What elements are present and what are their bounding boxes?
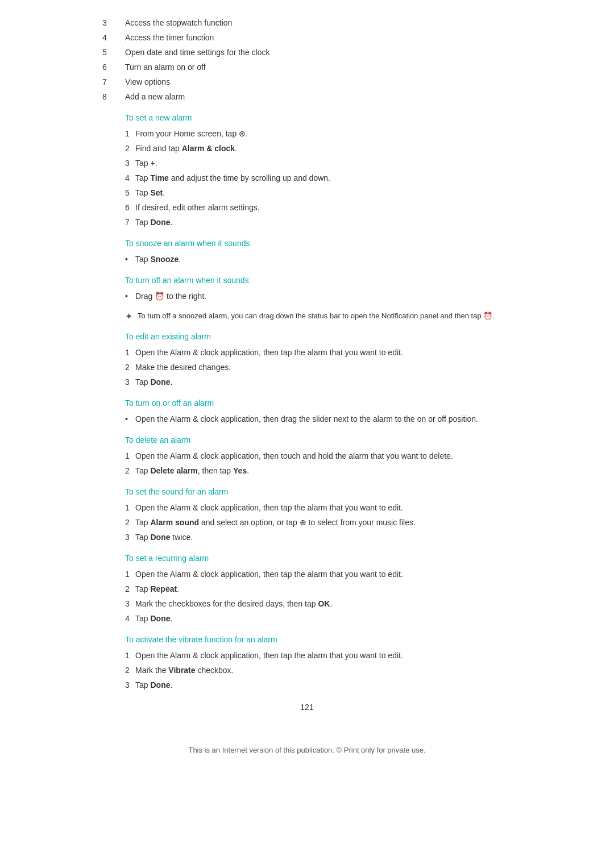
intro-list-item: 6Turn an alarm on or off <box>102 61 512 73</box>
step-number: 2 <box>125 362 135 373</box>
step-text: Tap Done twice. <box>135 531 512 543</box>
bullet-item: •Open the Alarm & clock application, the… <box>125 413 512 425</box>
item-number: 6 <box>102 61 125 73</box>
page: 3Access the stopwatch function4Access th… <box>0 0 614 868</box>
step-number: 6 <box>125 202 135 214</box>
step-number: 4 <box>125 613 135 625</box>
section-heading: To turn off an alarm when it sounds <box>125 276 512 285</box>
item-number: 3 <box>102 17 125 29</box>
step-text: Find and tap Alarm & clock. <box>135 143 512 155</box>
step-item: 2Tap Repeat. <box>125 583 512 595</box>
step-text: Tap Delete alarm, then tap Yes. <box>135 465 512 477</box>
step-item: 3Tap Done twice. <box>125 531 512 543</box>
step-text: Tap Done. <box>135 217 512 229</box>
bullet-text: Open the Alarm & clock application, then… <box>135 413 512 425</box>
item-text: View options <box>125 76 512 88</box>
item-number: 7 <box>102 76 125 88</box>
step-number: 1 <box>125 347 135 359</box>
tip-block: ✦To turn off a snoozed alarm, you can dr… <box>125 310 512 322</box>
section-turn_off_alarm: To turn off an alarm when it sounds•Drag… <box>102 276 512 322</box>
intro-list: 3Access the stopwatch function4Access th… <box>102 17 512 103</box>
tip-icon: ✦ <box>125 311 138 322</box>
step-item: 7Tap Done. <box>125 217 512 229</box>
step-text: If desired, edit other alarm settings. <box>135 202 512 214</box>
step-number: 1 <box>125 128 135 140</box>
item-text: Add a new alarm <box>125 91 512 103</box>
bullet-marker: • <box>125 290 135 302</box>
steps-list: 1Open the Alarm & clock application, the… <box>125 568 512 625</box>
step-number: 5 <box>125 187 135 199</box>
step-item: 3Tap +. <box>125 157 512 169</box>
bullet-item: •Drag ⏰ to the right. <box>125 290 512 302</box>
section-heading: To activate the vibrate function for an … <box>125 635 512 644</box>
section-turn_on_off_alarm: To turn on or off an alarm•Open the Alar… <box>102 398 512 425</box>
step-text: Tap +. <box>135 157 512 169</box>
bullet-text: Drag ⏰ to the right. <box>135 290 512 302</box>
step-item: 3Tap Done. <box>125 376 512 388</box>
step-number: 2 <box>125 583 135 595</box>
step-item: 2Mark the Vibrate checkbox. <box>125 665 512 676</box>
step-number: 1 <box>125 502 135 514</box>
section-heading: To set a new alarm <box>125 113 512 122</box>
step-item: 3Mark the checkboxes for the desired day… <box>125 598 512 610</box>
step-text: Tap Done. <box>135 613 512 625</box>
bullet-list: •Tap Snooze. <box>125 254 512 265</box>
step-item: 2Make the desired changes. <box>125 362 512 373</box>
intro-list-item: 3Access the stopwatch function <box>102 17 512 29</box>
step-number: 3 <box>125 679 135 691</box>
bullet-text: Tap Snooze. <box>135 254 512 265</box>
step-text: Tap Alarm sound and select an option, or… <box>135 517 512 529</box>
step-item: 1Open the Alarm & clock application, the… <box>125 502 512 514</box>
step-item: 4Tap Done. <box>125 613 512 625</box>
bullet-marker: • <box>125 413 135 425</box>
step-item: 3Tap Done. <box>125 679 512 691</box>
step-text: Make the desired changes. <box>135 362 512 373</box>
step-number: 3 <box>125 376 135 388</box>
bullet-list: •Open the Alarm & clock application, the… <box>125 413 512 425</box>
page-number: 121 <box>102 703 512 712</box>
step-item: 2Tap Alarm sound and select an option, o… <box>125 517 512 529</box>
step-number: 1 <box>125 450 135 462</box>
intro-list-item: 4Access the timer function <box>102 32 512 44</box>
step-number: 2 <box>125 517 135 529</box>
item-text: Access the timer function <box>125 32 512 44</box>
item-text: Open date and time settings for the cloc… <box>125 47 512 59</box>
step-number: 2 <box>125 143 135 155</box>
section-heading: To turn on or off an alarm <box>125 398 512 408</box>
step-number: 3 <box>125 598 135 610</box>
bullet-list: •Drag ⏰ to the right. <box>125 290 512 302</box>
step-text: Tap Set. <box>135 187 512 199</box>
item-number: 8 <box>102 91 125 103</box>
step-text: From your Home screen, tap ⊕. <box>135 128 512 140</box>
step-text: Tap Done. <box>135 679 512 691</box>
section-vibrate_function: To activate the vibrate function for an … <box>102 635 512 691</box>
step-text: Open the Alarm & clock application, then… <box>135 650 512 662</box>
intro-list-item: 7View options <box>102 76 512 88</box>
section-set_new_alarm: To set a new alarm1From your Home screen… <box>102 113 512 229</box>
intro-list-item: 8Add a new alarm <box>102 91 512 103</box>
step-text: Tap Repeat. <box>135 583 512 595</box>
step-item: 1Open the Alarm & clock application, the… <box>125 450 512 462</box>
section-heading: To set a recurring alarm <box>125 554 512 563</box>
bullet-marker: • <box>125 254 135 265</box>
step-item: 2Tap Delete alarm, then tap Yes. <box>125 465 512 477</box>
steps-list: 1Open the Alarm & clock application, the… <box>125 502 512 543</box>
step-number: 1 <box>125 568 135 580</box>
step-item: 1Open the Alarm & clock application, the… <box>125 650 512 662</box>
step-text: Open the Alarm & clock application, then… <box>135 347 512 359</box>
step-number: 4 <box>125 172 135 184</box>
intro-list-item: 5Open date and time settings for the clo… <box>102 47 512 59</box>
step-item: 5Tap Set. <box>125 187 512 199</box>
step-text: Mark the Vibrate checkbox. <box>135 665 512 676</box>
section-heading: To edit an existing alarm <box>125 332 512 341</box>
item-text: Access the stopwatch function <box>125 17 512 29</box>
page-footer: This is an Internet version of this publ… <box>102 746 512 754</box>
item-number: 4 <box>102 32 125 44</box>
steps-list: 1Open the Alarm & clock application, the… <box>125 650 512 691</box>
section-set_sound: To set the sound for an alarm1Open the A… <box>102 487 512 543</box>
step-text: Tap Time and adjust the time by scrollin… <box>135 172 512 184</box>
section-heading: To delete an alarm <box>125 435 512 445</box>
steps-list: 1From your Home screen, tap ⊕.2Find and … <box>125 128 512 229</box>
step-number: 2 <box>125 665 135 676</box>
steps-list: 1Open the Alarm & clock application, the… <box>125 347 512 388</box>
